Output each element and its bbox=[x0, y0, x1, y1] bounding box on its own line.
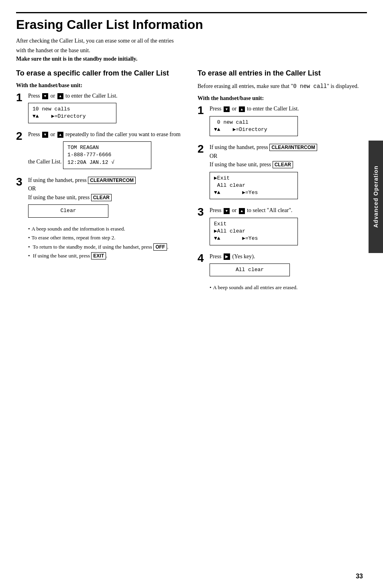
left-bullet-1: A beep sounds and the information is era… bbox=[28, 225, 185, 233]
lcd-line2: ▼▲ ▶=Directory bbox=[214, 126, 293, 133]
left-step-3: 3 If using the handset, press CLEAR/INTE… bbox=[16, 176, 185, 221]
right-step-1-or: or bbox=[232, 106, 236, 112]
intro-bold: Make sure the unit is in the standby mod… bbox=[16, 56, 367, 62]
nav-down-icon-3r: ▼ bbox=[224, 208, 230, 214]
right-step-2-content: If using the handset, press CLEAR/INTERC… bbox=[210, 143, 367, 202]
nav-down-icon-2l: ▼ bbox=[42, 132, 48, 138]
left-step-2-number: 2 bbox=[16, 131, 25, 142]
left-step-3-lcd: Clear bbox=[28, 204, 108, 217]
left-step-3-or: OR bbox=[28, 185, 185, 193]
left-step-1-text3: to enter the Caller List. bbox=[65, 93, 117, 99]
lcd-line1: TOM REAGAN bbox=[67, 144, 147, 151]
lcd-line1: ▶Exit bbox=[214, 175, 293, 182]
nav-up-icon-1r: ▲ bbox=[239, 106, 245, 112]
left-bullet-4: If using the base unit, press EXIT. bbox=[28, 252, 185, 260]
left-section-title: To erase a specific caller from the Call… bbox=[16, 69, 185, 78]
right-step-3-content: Press ▼ or ▲ to select "All clear". Exit… bbox=[210, 206, 367, 248]
right-step-1: 1 Press ▼ or ▲ to enter the Caller List.… bbox=[198, 105, 367, 139]
right-step-4-press: Press bbox=[210, 253, 222, 259]
right-step-2-lcd: ▶Exit All clear ▼▲ ▶=Yes bbox=[210, 172, 298, 200]
lcd-line2: ▶All clear bbox=[214, 228, 293, 235]
nav-down-icon-1r: ▼ bbox=[224, 106, 230, 112]
left-step-1-lcd: 10 new calls ▼▲ ▶=Directory bbox=[28, 103, 116, 123]
lcd-line3: ▼▲ ▶=Yes bbox=[214, 189, 293, 196]
right-step-1-number: 1 bbox=[198, 105, 206, 116]
intro-line1: After checking the Caller List, you can … bbox=[16, 37, 367, 45]
right-step-2-number: 2 bbox=[198, 143, 206, 155]
right-step-4: 4 Press ▶ (Yes key). All clear bbox=[198, 253, 367, 280]
right-step-2-text1: If using the handset, press bbox=[210, 144, 268, 150]
left-step-1-press: Press bbox=[28, 93, 40, 99]
nav-up-icon-3r: ▲ bbox=[239, 208, 245, 214]
clear-button-right: CLEAR bbox=[273, 161, 293, 168]
two-column-layout: To erase a specific caller from the Call… bbox=[16, 69, 367, 293]
top-rule bbox=[16, 12, 367, 13]
clear-button-left: CLEAR bbox=[91, 194, 112, 201]
left-step-2-press: Press bbox=[28, 131, 40, 137]
right-step-4-content: Press ▶ (Yes key). All clear bbox=[210, 253, 367, 280]
nav-up-icon-2l: ▲ bbox=[57, 132, 63, 138]
right-step-1-content: Press ▼ or ▲ to enter the Caller List. 0… bbox=[210, 105, 367, 139]
right-step-4-text2: (Yes key). bbox=[232, 253, 255, 259]
left-step-1-or: or bbox=[50, 93, 55, 99]
lcd-all-clear: All clear bbox=[214, 266, 285, 274]
clear-intercom-button-right: CLEAR/INTERCOM bbox=[269, 144, 317, 151]
right-step-2: 2 If using the handset, press CLEAR/INTE… bbox=[198, 143, 367, 202]
right-intro-monospace: 0 new call bbox=[293, 83, 327, 90]
right-step-4-number: 4 bbox=[198, 253, 206, 264]
right-bullets: A beep sounds and all entries are erased… bbox=[210, 284, 367, 292]
clear-intercom-button-left: CLEAR/INTERCOM bbox=[88, 177, 136, 184]
left-step-1-number: 1 bbox=[16, 92, 25, 103]
lcd-line1: Exit bbox=[214, 220, 293, 228]
right-step-2-or: OR bbox=[210, 152, 367, 160]
left-step-2: 2 Press ▼ or ▲ repeatedly to find the ca… bbox=[16, 131, 185, 172]
left-column: To erase a specific caller from the Call… bbox=[16, 69, 185, 293]
right-subheading: With the handset/base unit: bbox=[198, 95, 367, 102]
lcd-clear: Clear bbox=[33, 207, 104, 214]
left-step-3-text1: If using the handset, press bbox=[28, 177, 87, 183]
left-bullet-3: To return to the standby mode, if using … bbox=[28, 243, 185, 251]
right-step-3-or: or bbox=[232, 207, 236, 213]
right-section-title: To erase all entries in the Caller List bbox=[198, 69, 367, 78]
lcd-line2: ▼▲ ▶=Directory bbox=[33, 113, 112, 120]
lcd-line2: 1-888-777-6666 bbox=[67, 151, 147, 159]
sidebar-label: Advanced Operation bbox=[369, 141, 383, 253]
exit-button: EXIT bbox=[91, 252, 106, 259]
right-step-3-text3: to select "All clear". bbox=[247, 207, 292, 213]
right-step-4-lcd: All clear bbox=[210, 263, 290, 276]
right-bullet-1: A beep sounds and all entries are erased… bbox=[210, 284, 367, 292]
lcd-line1: 10 new calls bbox=[33, 106, 112, 113]
lcd-line3: ▼▲ ▶=Yes bbox=[214, 235, 293, 242]
right-step-3-press: Press bbox=[210, 207, 222, 213]
left-step-3-text2: If using the base unit, press bbox=[28, 194, 90, 200]
left-step-3-number: 3 bbox=[16, 176, 25, 188]
yes-button: ▶ bbox=[224, 253, 230, 260]
lcd-line2: All clear bbox=[214, 182, 293, 189]
left-step-2-or: or bbox=[50, 131, 55, 137]
right-step-3-lcd: Exit ▶All clear ▼▲ ▶=Yes bbox=[210, 218, 298, 245]
lcd-line1: 0 new call bbox=[214, 119, 293, 126]
right-step-1-press: Press bbox=[210, 106, 222, 112]
left-step-2-content: Press ▼ or ▲ repeatedly to find the call… bbox=[28, 131, 185, 172]
right-intro: Before erasing all entries, make sure th… bbox=[198, 82, 367, 91]
nav-up-icon-1l: ▲ bbox=[57, 93, 63, 99]
right-step-2-text2: If using the base unit, press bbox=[210, 161, 271, 167]
right-step-3: 3 Press ▼ or ▲ to select "All clear". Ex… bbox=[198, 206, 367, 248]
left-step-1: 1 Press ▼ or ▲ to enter the Caller List.… bbox=[16, 92, 185, 127]
left-bullet-2: To erase other items, repeat from step 2… bbox=[28, 234, 185, 242]
left-step-2-lcd: TOM REAGAN 1-888-777-6666 12:20A JAN.12 … bbox=[63, 141, 151, 169]
off-button: OFF bbox=[153, 243, 167, 251]
right-column: To erase all entries in the Caller List … bbox=[198, 69, 367, 293]
right-step-1-text3: to enter the Caller List. bbox=[247, 106, 299, 112]
left-bullets: A beep sounds and the information is era… bbox=[28, 225, 185, 260]
lcd-line3: 12:20A JAN.12 √ bbox=[67, 159, 147, 166]
nav-down-icon-1l: ▼ bbox=[42, 93, 48, 99]
page-number: 33 bbox=[356, 573, 363, 580]
right-step-1-lcd: 0 new call ▼▲ ▶=Directory bbox=[210, 116, 298, 136]
left-step-1-content: Press ▼ or ▲ to enter the Caller List. 1… bbox=[28, 92, 185, 127]
intro-line2: with the handset or the base unit. bbox=[16, 47, 367, 55]
page-title: Erasing Caller List Information bbox=[16, 17, 367, 32]
left-subheading: With the handset/base unit: bbox=[16, 82, 185, 89]
left-step-3-content: If using the handset, press CLEAR/INTERC… bbox=[28, 176, 185, 221]
right-step-3-number: 3 bbox=[198, 206, 206, 218]
